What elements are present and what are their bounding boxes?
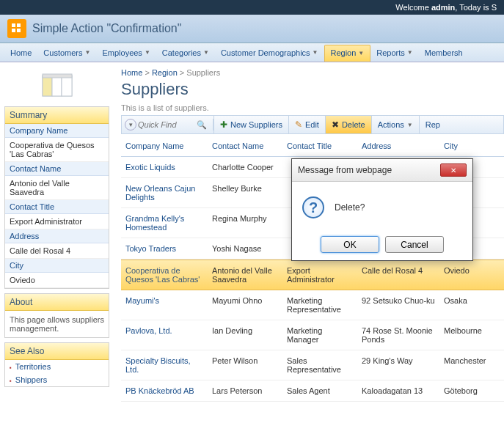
col-header[interactable]: Contact Title — [282, 136, 357, 156]
cell: Peter Wilson — [208, 350, 282, 380]
close-icon[interactable]: ✕ — [440, 163, 467, 177]
cell: Calle del Rosal 4 — [357, 260, 439, 290]
seealso-panel: See Also TerritoriesShippers — [4, 342, 109, 387]
cell: Tokyo Traders — [121, 238, 208, 259]
seealso-link[interactable]: Territories — [5, 360, 109, 373]
menu-item-home[interactable]: Home — [4, 43, 37, 62]
cell: Marketing Representative — [282, 290, 357, 320]
delete-icon: ✖ — [332, 119, 339, 130]
table-row[interactable]: PB Knäckebröd ABLars PetersonSales Agent… — [121, 380, 504, 402]
quickfind-wrap: ▾ 🔍 — [122, 119, 213, 130]
ok-button[interactable]: OK — [321, 236, 379, 253]
cell: Regina Murphy — [208, 208, 282, 238]
cell: Mayumi's — [121, 290, 208, 320]
col-header[interactable]: Company Name — [121, 136, 208, 156]
cancel-button[interactable]: Cancel — [385, 236, 444, 253]
menu-item-membersh[interactable]: Membersh — [419, 43, 469, 62]
cell: Kaloadagatan 13 — [357, 380, 439, 401]
welcome-pre: Welcome — [395, 3, 431, 12]
summary-field-label[interactable]: Contact Name — [5, 162, 109, 176]
crumb-current: Suppliers — [186, 68, 220, 77]
toolbar: ▾ 🔍 ✚ New Suppliers ✎ Edit ✖ Delete Acti… — [121, 115, 504, 134]
page-title: Suppliers — [121, 80, 504, 99]
edit-label: Edit — [305, 120, 319, 129]
seealso-title: See Also — [5, 343, 109, 360]
col-header[interactable]: City — [439, 136, 498, 156]
quickfind-dropdown-icon[interactable]: ▾ — [125, 119, 136, 130]
cell: Oviedo — [439, 260, 498, 290]
new-button[interactable]: ✚ New Suppliers — [213, 116, 288, 133]
menu-item-region[interactable]: Region▼ — [324, 45, 371, 62]
about-panel: About This page allows suppliers managem… — [4, 293, 109, 338]
svg-rect-7 — [62, 76, 72, 96]
svg-rect-2 — [12, 29, 15, 32]
app-title: Simple Action "Confirmation" — [32, 22, 181, 35]
cell: Shelley Burke — [208, 178, 282, 207]
cell: Sales Representative — [282, 350, 357, 380]
chevron-down-icon: ▼ — [407, 122, 413, 128]
cell: Export Administrator — [282, 260, 357, 290]
cell: 29 King's Way — [357, 350, 439, 380]
menu-label: Home — [10, 48, 32, 57]
table-row[interactable]: Specialty Biscuits, Ltd.Peter WilsonSale… — [121, 350, 504, 380]
folder-icon — [40, 70, 75, 99]
menu-item-customers[interactable]: Customers▼ — [37, 43, 96, 62]
dialog-title: Message from webpage — [298, 165, 392, 175]
question-icon: ? — [302, 196, 324, 218]
summary-field-value: Antonio del Valle Saavedra — [5, 176, 109, 200]
svg-rect-3 — [17, 29, 21, 32]
menu-item-reports[interactable]: Reports▼ — [370, 43, 418, 62]
summary-title: Summary — [5, 107, 109, 124]
crumb-region[interactable]: Region — [152, 68, 178, 77]
col-header[interactable]: Contact Name — [208, 136, 282, 156]
cell: Antonio del Valle Saavedra — [208, 260, 282, 290]
grid-header: Company NameContact NameContact TitleAdd… — [121, 136, 504, 157]
chevron-down-icon: ▼ — [358, 50, 364, 56]
summary-field-value: Cooperativa de Quesos 'Las Cabras' — [5, 138, 109, 162]
table-row[interactable]: Cooperativa de Quesos 'Las Cabras'Antoni… — [121, 260, 504, 290]
actions-button[interactable]: Actions ▼ — [371, 116, 419, 133]
quickfind-input[interactable] — [138, 120, 194, 129]
search-icon[interactable]: 🔍 — [194, 120, 210, 130]
summary-panel: Summary Company NameCooperativa de Queso… — [4, 106, 109, 289]
menu-label: Employees — [102, 48, 142, 57]
cell: Specialty Biscuits, Ltd. — [121, 350, 208, 380]
cell: Melbourne — [439, 320, 498, 350]
dialog-body: ? Delete? — [292, 182, 472, 229]
top-bar: Welcome admin, Today is S — [0, 0, 504, 15]
cell: Charlotte Cooper — [208, 157, 282, 177]
dialog-footer: OK Cancel — [292, 229, 472, 260]
report-button[interactable]: Rep — [419, 116, 446, 133]
menu-label: Region — [331, 48, 357, 57]
welcome-user: admin — [431, 3, 455, 12]
summary-field-value: Export Administrator — [5, 214, 109, 229]
confirm-dialog: Message from webpage ✕ ? Delete? OK Canc… — [291, 158, 473, 261]
seealso-link[interactable]: Shippers — [5, 373, 109, 386]
menu-label: Customers — [43, 48, 82, 57]
edit-button[interactable]: ✎ Edit — [288, 116, 325, 133]
breadcrumb: Home > Region > Suppliers — [121, 67, 504, 78]
summary-field-label[interactable]: Contact Title — [5, 200, 109, 214]
cell: Marketing Manager — [282, 320, 357, 350]
sidebar: Summary Company NameCooperativa de Queso… — [0, 62, 114, 406]
col-header[interactable]: Address — [357, 136, 439, 156]
table-row[interactable]: Mayumi'sMayumi OhnoMarketing Representat… — [121, 290, 504, 320]
summary-field-label[interactable]: Company Name — [5, 124, 109, 138]
actions-label: Actions — [378, 120, 404, 129]
delete-button[interactable]: ✖ Delete — [325, 116, 371, 133]
cell: New Orleans Cajun Delights — [121, 178, 208, 207]
dialog-message: Delete? — [335, 202, 365, 213]
menu-label: Membersh — [425, 48, 463, 57]
svg-rect-5 — [43, 76, 52, 96]
summary-field-value: Oviedo — [5, 273, 109, 288]
svg-rect-8 — [43, 74, 72, 78]
summary-field-label[interactable]: Address — [5, 229, 109, 243]
menu-item-categories[interactable]: Categories▼ — [156, 43, 215, 62]
table-row[interactable]: Pavlova, Ltd.Ian DevlingMarketing Manage… — [121, 320, 504, 350]
menu-item-customer-demographics[interactable]: Customer Demographics▼ — [215, 43, 324, 62]
menu-label: Customer Demographics — [221, 48, 310, 57]
menu-item-employees[interactable]: Employees▼ — [96, 43, 156, 62]
crumb-home[interactable]: Home — [121, 68, 142, 77]
svg-rect-6 — [52, 76, 62, 96]
summary-field-label[interactable]: City — [5, 259, 109, 273]
